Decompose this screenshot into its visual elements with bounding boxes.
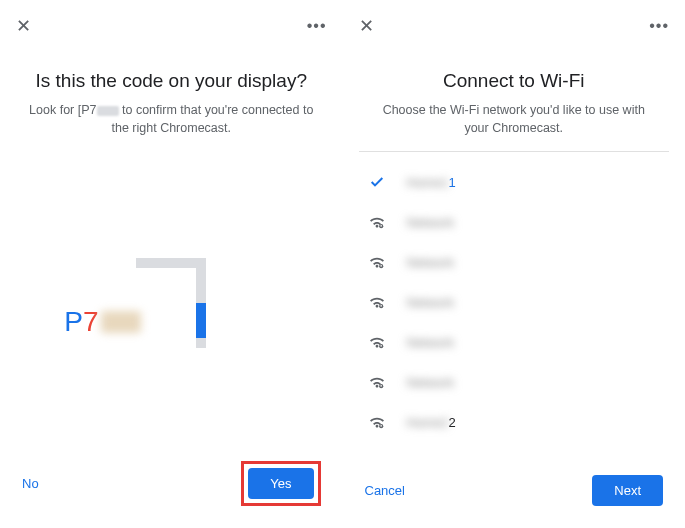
no-button[interactable]: No	[22, 476, 39, 491]
list-divider	[359, 151, 670, 152]
code-illustration: P7	[0, 145, 343, 461]
code-confirm-pane: ✕ ••• Is this the code on your display? …	[0, 0, 343, 528]
more-icon[interactable]: •••	[307, 17, 327, 35]
left-topbar: ✕ •••	[0, 0, 343, 40]
wifi-network-name: Network	[407, 375, 455, 390]
more-icon[interactable]: •••	[649, 17, 669, 35]
wifi-lock-icon	[365, 215, 389, 229]
close-icon[interactable]: ✕	[359, 17, 374, 35]
right-title: Connect to Wi-Fi	[371, 70, 658, 92]
wifi-network-name: Network	[407, 335, 455, 350]
right-subtitle: Choose the Wi-Fi network you'd like to u…	[371, 102, 658, 137]
left-title: Is this the code on your display?	[28, 70, 315, 92]
svg-rect-5	[380, 305, 382, 306]
svg-rect-11	[380, 425, 382, 426]
wifi-network-item[interactable]: Network	[359, 322, 670, 362]
wifi-lock-icon	[365, 335, 389, 349]
next-button[interactable]: Next	[592, 475, 663, 506]
left-bottombar: No Yes	[0, 461, 343, 528]
yes-button[interactable]: Yes	[248, 468, 313, 499]
wifi-network-item[interactable]: Network	[359, 242, 670, 282]
wifi-network-name: Network	[407, 255, 455, 270]
left-heading: Is this the code on your display? Look f…	[0, 40, 343, 145]
cancel-button[interactable]: Cancel	[365, 483, 405, 498]
wifi-network-item[interactable]: Network	[359, 202, 670, 242]
censored-code-tail	[101, 311, 141, 333]
wifi-network-name: Home22	[407, 415, 456, 430]
close-icon[interactable]: ✕	[16, 17, 31, 35]
svg-rect-3	[380, 265, 382, 266]
wifi-network-item[interactable]: Network	[359, 362, 670, 402]
wifi-pane: ✕ ••• Connect to Wi-Fi Choose the Wi-Fi …	[343, 0, 686, 528]
right-bottombar: Cancel Next	[343, 475, 686, 528]
wifi-network-item[interactable]: Home11	[359, 162, 670, 202]
wifi-list: Home11NetworkNetworkNetworkNetworkNetwor…	[343, 145, 686, 442]
wifi-network-name: Home11	[407, 175, 456, 190]
censored-code-fragment	[97, 106, 119, 116]
wifi-lock-icon	[365, 295, 389, 309]
svg-rect-1	[380, 225, 382, 226]
svg-rect-7	[380, 345, 382, 346]
wifi-network-name: Network	[407, 295, 455, 310]
left-subtitle: Look for [P7 to confirm that you're conn…	[28, 102, 315, 137]
device-frame-icon: P7	[136, 258, 206, 348]
pairing-code: P7	[64, 306, 140, 338]
wifi-network-item[interactable]: Network	[359, 282, 670, 322]
svg-rect-9	[380, 385, 382, 386]
wifi-lock-icon	[365, 415, 389, 429]
wifi-network-name: Network	[407, 215, 455, 230]
wifi-network-item[interactable]: Home22	[359, 402, 670, 442]
wifi-lock-icon	[365, 375, 389, 389]
right-heading: Connect to Wi-Fi Choose the Wi-Fi networ…	[343, 40, 686, 145]
wifi-lock-icon	[365, 255, 389, 269]
check-icon	[365, 174, 389, 190]
right-topbar: ✕ •••	[343, 0, 686, 40]
yes-highlight-annotation: Yes	[241, 461, 320, 506]
